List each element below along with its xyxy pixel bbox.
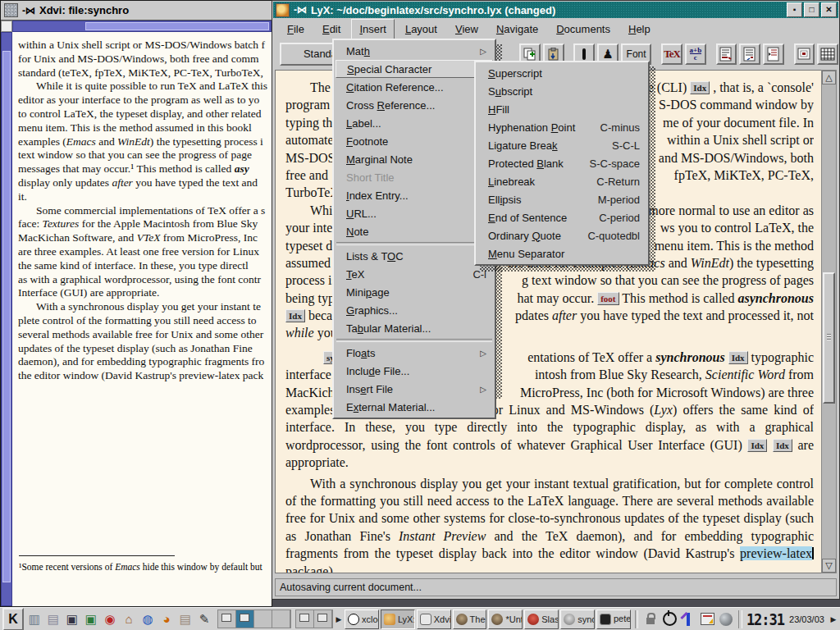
panel-expand-arrow-icon[interactable]: ▶ [335,610,343,628]
mini-cell[interactable] [314,610,332,628]
menu-item-graphics[interactable]: Graphics... [336,301,493,319]
document-stack-icon[interactable]: ▤ [44,610,62,628]
close-button[interactable]: ✕ [821,2,837,17]
menubar-navigate[interactable]: Navigate [489,20,546,39]
submenu-item-hfill[interactable]: HFill [477,100,646,118]
window-mini-list[interactable] [295,609,333,628]
tex-mode-icon[interactable]: TeX [661,43,682,65]
moon-phase-icon[interactable] [718,611,734,628]
window-list-icon[interactable]: ▥ [25,610,43,628]
pin-icon[interactable]: -⋈ [294,4,307,16]
maximize-button[interactable]: □ [804,2,819,17]
menubar-layout[interactable]: Layout [398,20,445,39]
footnote-inset-button[interactable]: foot [597,292,619,305]
digital-clock[interactable]: 12:31 [746,609,784,628]
scrollbar-thumb[interactable] [823,272,835,404]
menubar-documents[interactable]: Documents [549,20,618,39]
monitor-icon[interactable]: ▣ [63,610,81,628]
mail-icon[interactable]: ◕ [158,610,176,628]
menu-item-lists-toc[interactable]: Lists & TOC [336,247,493,265]
pin-icon[interactable]: -⋈ [22,5,35,16]
taskbar-button-unti[interactable]: *Unti [488,609,523,629]
submenu-item-ligature-break[interactable]: Ligature BreakS-C-L [477,136,646,154]
editor-icon[interactable]: ✎ [195,610,213,628]
menu-item-note[interactable]: Note [336,222,493,240]
menu-item-short-title[interactable]: Short Title [336,168,493,186]
xdvi-vertical-scrollbar[interactable] [1,32,12,606]
organizer-alarm-icon[interactable] [699,611,715,628]
change-depth-icon[interactable] [763,43,784,65]
index-inset-button[interactable]: Idx [690,81,710,94]
menu-item-include-file[interactable]: Include File... [336,362,493,380]
taskbar-button-sync[interactable]: sync [560,609,595,629]
klipper-lock-icon[interactable] [642,611,659,628]
menu-item-footnote[interactable]: Footnote [336,132,493,150]
index-inset-button[interactable]: Idx [747,439,767,452]
insert-figure-icon[interactable] [794,43,815,65]
insert-margin-note-icon[interactable] [739,43,760,65]
submenu-item-menu-separator[interactable]: Menu Separator [477,244,646,262]
submenu-item-ordinary-quote[interactable]: Ordinary QuoteC-quotedbl [477,226,646,244]
help-icon[interactable]: ◉ [101,610,119,628]
menubar-help[interactable]: Help [621,20,658,39]
insert-table-icon[interactable] [817,43,838,65]
k-menu-button[interactable]: K [2,608,24,630]
pager-cell[interactable] [254,610,272,628]
menu-item-external-material[interactable]: External Material... [336,398,493,416]
scrollbar-thumb[interactable] [2,51,11,582]
menu-item-citation-reference[interactable]: Citation Reference... [336,78,493,96]
menu-item-url[interactable]: URL... [336,204,493,222]
submenu-item-end-of-sentence[interactable]: End of SentenceC-period [477,208,646,226]
taskbar-button-the-g[interactable]: The G [453,609,487,629]
scroll-up-arrow-icon[interactable]: △ [822,71,836,84]
menubar-view[interactable]: View [448,20,486,39]
logout-power-icon[interactable] [661,611,678,628]
lyx-titlebar[interactable]: -⋈ LyX: ~/doc/beginlatex/src/synchro.lyx… [273,2,838,18]
menu-item-minipage[interactable]: Minipage [336,283,493,301]
menu-item-label[interactable]: Label... [336,114,493,132]
menu-item-floats[interactable]: Floats▷ [336,344,493,362]
submenu-item-linebreak[interactable]: LinebreakC-Return [477,172,646,190]
mini-cell[interactable] [296,610,314,628]
math-mode-icon[interactable]: a+bc [685,43,706,65]
terminal-icon[interactable]: ▣ [82,610,100,628]
menu-item-math[interactable]: Math▷ [336,42,493,60]
index-inset-button[interactable]: Idx [773,439,792,452]
scrollbar-thumb[interactable] [85,22,269,30]
menu-item-index-entry[interactable]: Index Entry... [336,186,493,204]
submenu-item-ellipsis[interactable]: EllipsisM-period [477,190,646,208]
notes-icon[interactable]: ▤ [176,610,194,628]
menu-item-marginal-note[interactable]: Marginal Note [336,150,493,168]
browser-icon[interactable]: ◍ [139,610,157,628]
taskbar-button-lyx[interactable]: LyX: [381,609,415,629]
menu-item-insert-file[interactable]: Insert File▷ [336,380,493,398]
scroll-down-arrow-icon[interactable]: ▽ [822,559,836,573]
submenu-item-protected-blank[interactable]: Protected BlankS-C-space [477,154,646,172]
taskbar-button-pete[interactable]: pete ◀ [596,609,631,629]
menu-item-special-character[interactable]: Special Character [336,60,493,78]
taskbar-button-slas[interactable]: Slas [524,609,559,629]
menubar-insert[interactable]: Insert [351,19,395,39]
menubar-edit[interactable]: Edit [315,20,348,39]
submenu-item-hyphenation-point[interactable]: Hyphenation PointC-minus [477,118,646,136]
taskbar-button-xdvi[interactable]: Xdvi [417,609,451,629]
index-inset-button[interactable]: Idx [285,309,305,322]
home-icon[interactable]: ⌂ [120,610,138,628]
date-display[interactable]: 23/03/03 [789,614,824,624]
menu-item-tex[interactable]: TeXC-l [336,265,493,283]
lyx-vertical-scrollbar[interactable]: △ ▽ [821,70,837,573]
xdvi-horizontal-scrollbar[interactable] [12,21,272,32]
submenu-item-subscript[interactable]: Subscript [477,82,646,100]
xdvi-titlebar[interactable]: -⋈ Xdvi: file:synchro [1,1,272,21]
index-inset-button[interactable]: Idx [728,351,748,364]
submenu-item-superscript[interactable]: Superscript [477,64,646,82]
menu-item-cross-reference[interactable]: Cross Reference... [336,96,493,114]
insert-footnote-icon[interactable] [716,43,737,65]
taskbar-button-xcloc[interactable]: xcloc [345,609,379,629]
panel-hide-arrow-icon[interactable]: ▶ [829,610,838,628]
minimize-button[interactable]: ▪ [787,2,802,17]
desktop-pager[interactable] [217,609,291,628]
pager-cell-active[interactable] [236,610,254,628]
menu-item-tabular-material[interactable]: Tabular Material... [336,319,493,337]
clipboard-tool-icon[interactable] [680,611,696,628]
